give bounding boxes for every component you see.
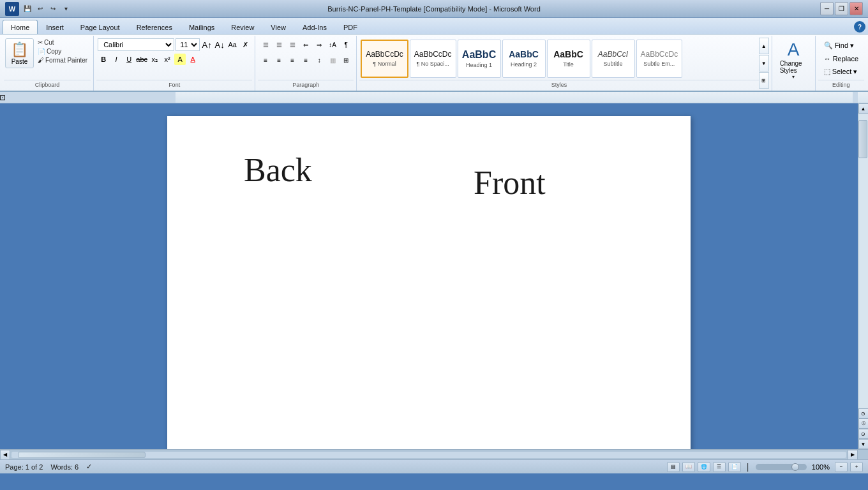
paste-icon: 📋 <box>11 41 28 58</box>
hscroll-thumb[interactable] <box>18 452 146 458</box>
outline-view-btn[interactable]: ☰ <box>713 462 726 472</box>
sort-button[interactable]: ↕A <box>326 38 339 51</box>
superscript-button[interactable]: x² <box>161 54 173 65</box>
restore-button[interactable]: ❐ <box>835 2 848 15</box>
subscript-button[interactable]: x₂ <box>149 54 160 65</box>
save-quick-btn[interactable]: 💾 <box>22 3 33 15</box>
tab-references[interactable]: References <box>128 20 181 34</box>
tab-review[interactable]: Review <box>223 20 262 34</box>
align-center-button[interactable]: ≡ <box>273 54 285 66</box>
cut-button[interactable]: ✂ Cut <box>36 38 89 47</box>
tab-view[interactable]: View <box>262 20 294 34</box>
tab-mailings[interactable]: Mailings <box>181 20 223 34</box>
close-button[interactable]: ✕ <box>849 2 863 15</box>
window-controls: ─ ❐ ✕ <box>820 2 863 15</box>
change-styles-content: A Change Styles ▾ <box>775 37 812 82</box>
select-button[interactable]: ⬚ Select ▾ <box>819 66 862 78</box>
doc-page[interactable]: Back Front <box>167 116 691 449</box>
scroll-up-button[interactable]: ▲ <box>858 103 869 114</box>
bullets-button[interactable]: ☰ <box>259 38 272 51</box>
bold-button[interactable]: B <box>98 54 109 65</box>
style-no-spacing[interactable]: AaBbCcDc ¶ No Spaci... <box>410 40 456 78</box>
increase-font-button[interactable]: A↑ <box>201 39 213 50</box>
borders-button[interactable]: ⊞ <box>340 54 352 66</box>
font-size-select[interactable]: 11 <box>176 38 200 51</box>
highlight-button[interactable]: A <box>174 54 186 65</box>
doc-scroll-content: Back Front <box>0 103 858 449</box>
styles-scroll-more[interactable]: ⊞ <box>759 72 769 89</box>
page-num: 1 <box>26 463 29 471</box>
page-label: Page: <box>5 463 24 471</box>
clear-format-button[interactable]: ✗ <box>239 39 251 50</box>
next-page-button[interactable]: ⊙ <box>858 429 869 439</box>
clipboard-content: 📋 Paste ✂ Cut 📄 Copy 🖌 Format Painter <box>4 37 91 80</box>
style-normal[interactable]: AaBbCcDc ¶ Normal <box>361 40 408 78</box>
zoom-thumb[interactable] <box>791 463 799 471</box>
tab-insert[interactable]: Insert <box>38 20 72 34</box>
align-left-button[interactable]: ≡ <box>259 54 272 66</box>
hscroll-track[interactable] <box>11 452 846 458</box>
ruler-left-corner[interactable]: ⊡ <box>0 92 5 103</box>
italic-button[interactable]: I <box>110 54 122 65</box>
justify-button[interactable]: ≡ <box>299 54 312 66</box>
customize-quick-btn[interactable]: ▾ <box>60 3 71 15</box>
styles-label: Styles <box>359 80 759 89</box>
web-layout-view-btn[interactable]: 🌐 <box>698 462 710 472</box>
style-subtitle[interactable]: AaBbCcI Subtitle <box>592 40 635 78</box>
change-case-button[interactable]: Aa <box>227 39 238 50</box>
find-label: Find <box>835 41 848 49</box>
style-heading1[interactable]: AaBbC Heading 1 <box>458 40 501 78</box>
styles-scroll-up[interactable]: ▲ <box>759 38 769 54</box>
shading-button[interactable]: ▦ <box>326 54 339 66</box>
change-styles-button[interactable]: A Change Styles ▾ <box>776 38 811 81</box>
underline-button[interactable]: U <box>123 54 135 65</box>
spelling-check[interactable]: ✓ <box>86 463 92 471</box>
hscroll-left-button[interactable]: ◀ <box>0 450 10 460</box>
prev-page-button[interactable]: ⊙ <box>858 408 869 419</box>
increase-indent-button[interactable]: ⇒ <box>313 38 326 51</box>
scroll-track[interactable] <box>858 114 868 408</box>
clipboard-label: Clipboard <box>4 80 91 89</box>
zoom-slider[interactable] <box>756 464 807 470</box>
minimize-button[interactable]: ─ <box>820 2 834 15</box>
tab-page-layout[interactable]: Page Layout <box>72 20 128 34</box>
zoom-in-button[interactable]: + <box>850 462 863 472</box>
numbering-button[interactable]: ☰ <box>273 38 285 51</box>
tab-home[interactable]: Home <box>3 20 38 34</box>
scroll-thumb[interactable] <box>858 120 867 158</box>
styles-scroll-down[interactable]: ▼ <box>759 55 769 71</box>
vertical-scrollbar: ▲ ⊙ ⦾ ⊙ ▼ <box>858 103 868 449</box>
full-reading-view-btn[interactable]: 📖 <box>682 462 695 472</box>
help-icon[interactable]: ? <box>854 21 865 33</box>
print-layout-view-btn[interactable]: ▤ <box>667 462 680 472</box>
styles-group: AaBbCcDc ¶ Normal AaBbCcDc ¶ No Spaci...… <box>357 36 772 91</box>
tab-addins[interactable]: Add-Ins <box>294 20 335 34</box>
style-heading2[interactable]: AaBbC Heading 2 <box>502 40 546 78</box>
find-button[interactable]: 🔍 Find ▾ <box>819 40 858 52</box>
zoom-out-button[interactable]: − <box>835 462 848 472</box>
style-title-label: Title <box>563 61 574 68</box>
paragraph-group: ☰ ☰ ☰ ⇐ ⇒ ↕A ¶ ≡ ≡ ≡ ≡ ↕ ▦ ⊞ P <box>255 36 357 91</box>
multilevel-button[interactable]: ☰ <box>286 38 299 51</box>
show-marks-button[interactable]: ¶ <box>340 38 352 51</box>
paste-button[interactable]: 📋 Paste <box>5 38 34 68</box>
strikethrough-button[interactable]: abc <box>136 54 147 65</box>
tab-pdf[interactable]: PDF <box>335 20 366 34</box>
undo-quick-btn[interactable]: ↩ <box>34 3 46 15</box>
hscroll-right-button[interactable]: ▶ <box>848 450 858 460</box>
replace-button[interactable]: ↔ Replace <box>819 53 863 64</box>
format-painter-button[interactable]: 🖌 Format Painter <box>36 56 89 64</box>
align-right-button[interactable]: ≡ <box>286 54 299 66</box>
style-title[interactable]: AaBbC Title <box>547 40 590 78</box>
font-color-button[interactable]: A <box>187 54 198 65</box>
redo-quick-btn[interactable]: ↪ <box>47 3 59 15</box>
font-name-select[interactable]: Calibri <box>98 38 174 51</box>
copy-button[interactable]: 📄 Copy <box>36 47 89 56</box>
select-browse-button[interactable]: ⦾ <box>858 419 869 429</box>
draft-view-btn[interactable]: 📄 <box>728 462 741 472</box>
style-subtle-em[interactable]: AaBbCcDc Subtle Em... <box>636 40 683 78</box>
scroll-down-button[interactable]: ▼ <box>858 439 869 449</box>
decrease-font-button[interactable]: A↓ <box>214 39 225 50</box>
line-spacing-button[interactable]: ↕ <box>313 54 326 66</box>
decrease-indent-button[interactable]: ⇐ <box>299 38 312 51</box>
